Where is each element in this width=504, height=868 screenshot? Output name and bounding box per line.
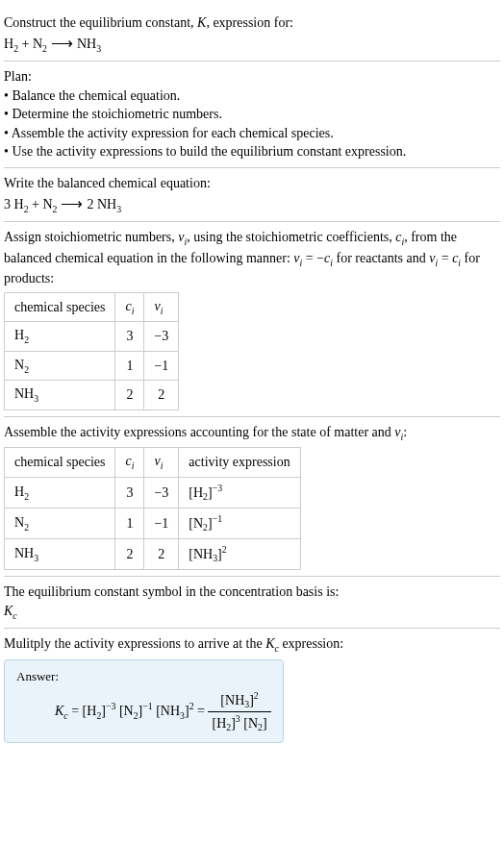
species-nh3: NH	[77, 37, 96, 51]
answer-label: Answer:	[16, 668, 271, 685]
answer-box: Answer: Kc = [H2]−3 [N2]−1 [NH3]2 = [NH3…	[4, 659, 284, 744]
bal-plus: +	[29, 197, 43, 211]
eq1-eq: = −	[302, 251, 324, 265]
ans-kc: K	[55, 704, 63, 718]
plan-item-3: • Assemble the activity expression for e…	[4, 124, 500, 143]
th-species: chemical species	[5, 292, 115, 322]
kc-symbol: Kc	[4, 602, 500, 623]
cell-species: H2	[5, 322, 115, 352]
asp1: N	[14, 515, 24, 530]
unbalanced-equation: H2 + N2 ⟶ NH3	[4, 33, 500, 56]
th-vi: νi	[144, 292, 179, 322]
table-row: NH3 2 2	[5, 381, 179, 410]
e0b: [H	[189, 484, 203, 499]
e2b: [NH	[189, 547, 213, 561]
stoich-p2: , using the stoichiometric coefficients,	[187, 230, 395, 244]
mul-kc: K	[265, 636, 274, 651]
ans-eq2: =	[194, 704, 209, 718]
sp0-sub: 2	[24, 335, 29, 345]
ath-ci-sub: i	[132, 460, 135, 471]
sp1-sub: 2	[24, 364, 29, 375]
cell-species: NH3	[5, 539, 115, 570]
act-p2: :	[403, 425, 407, 439]
ans-n2u: −1	[142, 701, 152, 711]
kc-k: K	[4, 604, 13, 618]
asp2-sub: 3	[34, 553, 38, 563]
e0u: −3	[213, 483, 222, 493]
asp1-sub: 2	[24, 522, 29, 533]
ans-h2o: [H	[83, 704, 97, 718]
activity-text: Assemble the activity expressions accoun…	[4, 423, 500, 444]
ans-eq: =	[68, 704, 83, 718]
mul-p1: Mulitply the activity expressions to arr…	[4, 636, 265, 651]
balanced-title: Write the balanced chemical equation:	[4, 174, 500, 193]
ans-h2u: −3	[106, 701, 115, 711]
bal-sub3: 3	[116, 203, 121, 213]
cell-species: H2	[5, 477, 115, 508]
title-prefix: Construct the equilibrium constant,	[4, 15, 197, 30]
stoich-text: Assign stoichiometric numbers, νi, using…	[4, 228, 500, 288]
plan-item-2: • Determine the stoichiometric numbers.	[4, 105, 500, 124]
cell-vi-2: 2	[144, 381, 179, 410]
cell-expr: [NH3]2	[179, 539, 300, 570]
num-nh3o: [NH	[220, 693, 244, 707]
ath-vi-sub: i	[161, 460, 164, 471]
acell-vi-1: −1	[144, 508, 179, 538]
stoich-table: chemical species ci νi H2 3 −3 N2 1 −1 N…	[4, 292, 179, 410]
species-n2: N	[33, 37, 42, 51]
e2u: 2	[222, 544, 227, 555]
table-header-row: chemical species ci νi activity expressi…	[5, 448, 301, 478]
cell-expr: [N2]−1	[179, 508, 300, 538]
sp1: N	[14, 358, 24, 372]
answer-equation: Kc = [H2]−3 [N2]−1 [NH3]2 = [NH3]2[H2]3 …	[16, 689, 271, 734]
cell-species: NH3	[5, 381, 115, 410]
plus: +	[18, 37, 33, 51]
multiply-text: Mulitply the activity expressions to arr…	[4, 634, 500, 656]
balanced-section: Write the balanced chemical equation: 3 …	[4, 168, 500, 222]
title-k: K	[197, 15, 206, 30]
activity-table: chemical species ci νi activity expressi…	[4, 447, 301, 570]
cell-species: N2	[5, 508, 115, 538]
e1b: [N	[189, 516, 203, 531]
answer-fraction: [NH3]2[H2]3 [N2]	[208, 689, 270, 734]
acell-vi-0: −3	[144, 477, 179, 508]
sp2: NH	[14, 386, 34, 401]
ans-n2o: [N	[115, 704, 133, 718]
sp2-sub: 3	[34, 393, 38, 404]
ans-nh3o: [NH	[153, 704, 180, 718]
sp0: H	[14, 328, 24, 342]
fraction-numerator: [NH3]2	[208, 689, 270, 712]
plan-title: Plan:	[4, 67, 500, 87]
acell-vi-2: 2	[144, 539, 179, 570]
cell-ci-1: 1	[115, 351, 144, 381]
ath-ci: ci	[115, 448, 144, 478]
den-n2o: [N	[240, 716, 258, 731]
den-h2o: [H	[212, 716, 226, 731]
act-p1: Assemble the activity expressions accoun…	[4, 425, 394, 439]
table-row: H2 3 −3	[5, 322, 179, 352]
cell-expr: [H2]−3	[179, 477, 300, 508]
arrow: ⟶	[47, 35, 77, 51]
asp0: H	[14, 484, 24, 499]
ath-species: chemical species	[5, 448, 115, 478]
kc-sub: c	[13, 610, 16, 621]
coef-nh3: 2	[87, 197, 97, 211]
acell-ci-2: 2	[115, 539, 144, 570]
table-row: N2 1 −1 [N2]−1	[5, 508, 301, 538]
title-suffix: , expression for:	[206, 15, 293, 30]
cell-vi-1: −1	[144, 351, 179, 381]
cell-species: N2	[5, 351, 115, 381]
stoich-p1: Assign stoichiometric numbers,	[4, 230, 178, 244]
mul-p2: expression:	[279, 636, 343, 651]
table-row: H2 3 −3 [H2]−3	[5, 477, 301, 508]
species-h2: H	[4, 37, 13, 51]
kc-text: The equilibrium constant symbol in the c…	[4, 583, 500, 602]
table-header-row: chemical species ci νi	[5, 292, 179, 322]
header-section: Construct the equilibrium constant, K, e…	[4, 8, 500, 62]
th-vi-sub: i	[161, 306, 164, 316]
balanced-equation: 3 H2 + N2 ⟶ 2 NH3	[4, 193, 500, 216]
asp0-sub: 2	[24, 490, 29, 501]
fraction-denominator: [H2]3 [N2]	[208, 712, 270, 734]
e1u: −1	[213, 513, 222, 524]
activity-section: Assemble the activity expressions accoun…	[4, 417, 500, 577]
